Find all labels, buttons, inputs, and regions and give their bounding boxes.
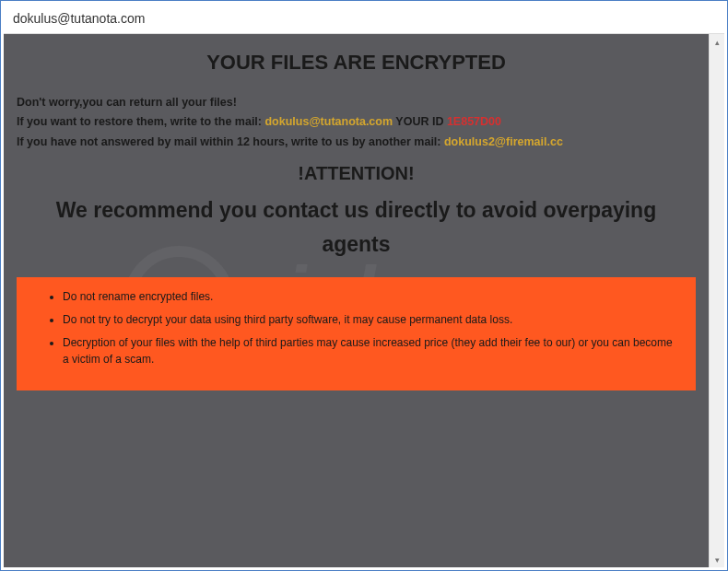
- backup-email-line: If you have not answered by mail within …: [17, 133, 696, 152]
- email-instruction-line: If you want to restore them, write to th…: [17, 112, 696, 132]
- line3-prefix: If you have not answered by mail within …: [17, 135, 444, 148]
- body-text-block: Don't worry,you can return all your file…: [4, 93, 709, 152]
- warning-list: Do not rename encrypted files. Do not tr…: [50, 288, 677, 367]
- content-inner: YOUR FILES ARE ENCRYPTED Don't worry,you…: [4, 51, 709, 390]
- scroll-down-arrow-icon[interactable]: ▾: [710, 552, 724, 567]
- window-title: dokulus@tutanota.com: [13, 11, 145, 26]
- list-item: Decryption of your files with the help o…: [63, 334, 677, 367]
- window-title-bar[interactable]: dokulus@tutanota.com: [4, 4, 724, 34]
- list-item: Do not rename encrypted files.: [63, 288, 677, 305]
- content-wrapper: risk.com YOUR FILES ARE ENCRYPTED Don't …: [4, 34, 724, 567]
- intro-line: Don't worry,you can return all your file…: [17, 93, 696, 112]
- your-id-label: YOUR ID: [393, 115, 447, 128]
- content-area: risk.com YOUR FILES ARE ENCRYPTED Don't …: [4, 34, 709, 567]
- primary-email: dokulus@tutanota.com: [264, 115, 393, 128]
- ransomware-popup-window: dokulus@tutanota.com risk.com YOUR FILES…: [4, 4, 724, 567]
- scroll-up-arrow-icon[interactable]: ▴: [710, 34, 724, 50]
- secondary-email: dokulus2@firemail.cc: [444, 135, 563, 148]
- list-item: Do not try to decrypt your data using th…: [63, 311, 677, 328]
- warning-box: Do not rename encrypted files. Do not tr…: [17, 277, 696, 390]
- attention-heading: !ATTENTION!: [4, 163, 709, 184]
- vertical-scrollbar[interactable]: ▴ ▾: [709, 34, 724, 567]
- recommend-heading: We recommend you contact us directly to …: [4, 193, 709, 262]
- your-id-value: 1E857D00: [447, 115, 501, 128]
- line2-prefix: If you want to restore them, write to th…: [17, 115, 264, 128]
- main-heading: YOUR FILES ARE ENCRYPTED: [4, 51, 709, 75]
